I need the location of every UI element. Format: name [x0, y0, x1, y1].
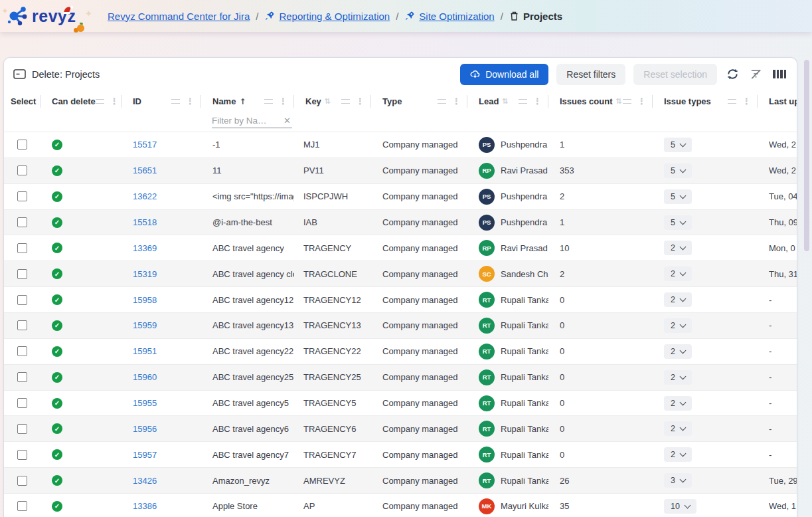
breadcrumb-link-site-optimization[interactable]: Site Optimization	[419, 11, 494, 22]
row-checkbox[interactable]	[17, 269, 27, 279]
project-id-link[interactable]: 15651	[133, 165, 157, 175]
issue-types-dropdown[interactable]: 5	[664, 138, 692, 152]
page-scrollbar[interactable]	[804, 60, 809, 251]
column-menu-icon[interactable]: ⋮	[356, 96, 365, 106]
project-key: TRAGENCY	[303, 243, 351, 253]
issue-types-dropdown[interactable]: 2	[664, 266, 692, 281]
project-id-link[interactable]: 13426	[133, 476, 157, 486]
project-key: IAB	[303, 217, 317, 227]
issues-count: 0	[560, 295, 564, 305]
breadcrumb-link-reporting[interactable]: Reporting & Optimization	[279, 11, 390, 22]
row-checkbox[interactable]	[17, 140, 27, 150]
row-checkbox[interactable]	[17, 346, 27, 356]
column-drag-handle-icon[interactable]	[623, 99, 631, 104]
column-drag-handle-icon[interactable]	[728, 99, 736, 104]
project-id-link[interactable]: 13369	[133, 243, 157, 253]
refresh-button[interactable]	[725, 66, 740, 82]
project-id-link[interactable]: 15951	[133, 346, 157, 356]
project-id-link[interactable]: 15957	[133, 450, 157, 460]
column-drag-handle-icon[interactable]	[438, 99, 446, 104]
row-checkbox[interactable]	[17, 450, 27, 460]
row-checkbox[interactable]	[17, 372, 27, 382]
project-id-link[interactable]: 15958	[133, 295, 157, 305]
column-header-key[interactable]: Key ⇅ ⋮	[294, 90, 371, 112]
sort-icon[interactable]: ⇅	[502, 97, 508, 106]
project-id-link[interactable]: 13622	[133, 191, 157, 201]
toolbar-actions: Download all Reset filters Reset selecti…	[460, 64, 787, 85]
sort-ascending-icon[interactable]: ↑	[239, 97, 246, 106]
name-cell: ABC travel agency22	[201, 339, 294, 364]
issue-types-dropdown[interactable]: 2	[664, 344, 692, 359]
column-header-lead[interactable]: Lead ⇅ ⋮	[467, 90, 548, 112]
issue-types-dropdown[interactable]: 2	[664, 396, 692, 411]
project-id-link[interactable]: 15517	[133, 140, 157, 150]
column-menu-icon[interactable]: ⋮	[452, 96, 461, 106]
row-checkbox[interactable]	[17, 424, 27, 434]
sort-icon[interactable]: ⇅	[325, 97, 331, 106]
app-logo[interactable]: ✦ revyz ✦	[0, 5, 100, 27]
row-checkbox[interactable]	[17, 191, 27, 201]
clear-filters-button[interactable]	[748, 66, 764, 82]
column-menu-icon[interactable]: ⋮	[742, 96, 751, 106]
download-all-button[interactable]: Download all	[460, 64, 548, 85]
clear-filter-icon[interactable]: ✕	[282, 116, 292, 126]
project-id-link[interactable]: 15955	[133, 398, 157, 408]
issue-types-dropdown[interactable]: 2	[664, 292, 692, 307]
column-header-issue-types[interactable]: Issue types ⋮	[653, 90, 758, 112]
row-checkbox[interactable]	[17, 501, 27, 511]
row-checkbox[interactable]	[17, 165, 27, 175]
name-cell: ABC travel agency clone	[201, 261, 294, 286]
issue-types-dropdown[interactable]: 2	[664, 241, 692, 255]
sort-icon[interactable]: ⇅	[615, 97, 621, 106]
row-checkbox[interactable]	[17, 398, 27, 408]
column-header-id[interactable]: ID ⋮	[122, 90, 201, 112]
issue-types-dropdown[interactable]: 2	[664, 370, 692, 385]
issue-types-dropdown[interactable]: 3	[664, 473, 692, 488]
key-cell: PV11	[294, 158, 371, 183]
column-header-issues-count[interactable]: Issues count ⇅ ⋮	[548, 90, 653, 112]
issue-types-dropdown[interactable]: 5	[664, 215, 692, 230]
column-header-can-delete[interactable]: Can delete ⋮	[41, 90, 122, 112]
column-header-last-updated[interactable]: Last updated	[758, 90, 797, 112]
name-filter-input[interactable]	[212, 116, 282, 126]
column-menu-icon[interactable]: ⋮	[186, 96, 195, 106]
row-checkbox[interactable]	[17, 476, 27, 486]
columns-settings-button[interactable]	[771, 68, 787, 80]
issues-count: 0	[560, 346, 564, 356]
lead-name: Rupali Tankar	[501, 424, 548, 434]
row-checkbox[interactable]	[17, 243, 27, 253]
column-header-name[interactable]: Name ↑ ⋮	[201, 90, 294, 112]
issues-count: 35	[560, 501, 569, 511]
issue-types-dropdown[interactable]: 2	[664, 318, 692, 333]
row-checkbox[interactable]	[17, 320, 27, 330]
column-drag-handle-icon[interactable]	[96, 99, 104, 104]
column-menu-icon[interactable]: ⋮	[533, 96, 542, 106]
project-id-link[interactable]: 15960	[133, 372, 157, 382]
chevron-down-icon	[680, 425, 687, 431]
column-header-type[interactable]: Type ⋮	[371, 90, 467, 112]
column-drag-handle-icon[interactable]	[264, 99, 273, 104]
row-checkbox[interactable]	[17, 295, 27, 305]
project-id-link[interactable]: 15956	[133, 424, 157, 434]
column-menu-icon[interactable]: ⋮	[637, 96, 646, 106]
reset-selection-button[interactable]: Reset selection	[633, 64, 717, 85]
column-drag-handle-icon[interactable]	[171, 99, 180, 104]
column-menu-icon[interactable]: ⋮	[279, 96, 287, 106]
issue-types-dropdown[interactable]: 2	[664, 447, 692, 462]
project-id-link[interactable]: 15518	[133, 217, 157, 227]
chevron-down-icon	[684, 502, 690, 509]
issue-types-dropdown[interactable]: 5	[664, 163, 692, 178]
breadcrumb-link-command-center[interactable]: Revyz Command Center for Jira	[108, 11, 250, 22]
id-cell: 15960	[122, 365, 201, 390]
project-id-link[interactable]: 15959	[133, 320, 157, 330]
reset-filters-button[interactable]: Reset filters	[556, 64, 625, 85]
project-id-link[interactable]: 13386	[133, 501, 157, 511]
column-menu-icon[interactable]: ⋮	[110, 96, 119, 106]
column-drag-handle-icon[interactable]	[341, 99, 350, 104]
project-id-link[interactable]: 15319	[133, 269, 157, 279]
column-drag-handle-icon[interactable]	[519, 99, 527, 104]
issue-types-dropdown[interactable]: 2	[664, 421, 692, 436]
issue-types-dropdown[interactable]: 10	[664, 499, 696, 514]
issue-types-dropdown[interactable]: 5	[664, 189, 692, 204]
row-checkbox[interactable]	[17, 217, 27, 227]
